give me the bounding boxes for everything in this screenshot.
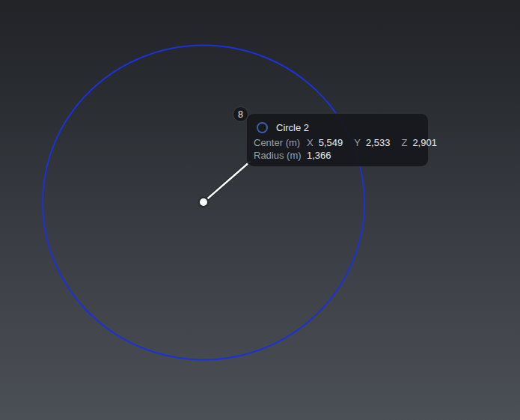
center-row: Center (m) X 5,549 Y 2,533 Z 2,901	[254, 136, 424, 149]
z-value: 2,901	[412, 138, 437, 147]
center-label: Center (m)	[254, 138, 307, 147]
z-axis-label: Z	[401, 138, 407, 147]
leader-line	[204, 162, 250, 202]
center-point-dot	[200, 198, 207, 206]
x-axis-label: X	[307, 138, 313, 147]
circle-center-point[interactable]	[198, 197, 209, 208]
x-value: 5,549	[319, 138, 343, 147]
y-axis-label: Y	[354, 138, 361, 147]
radius-value: 1,366	[307, 150, 331, 160]
tooltip-header: Circle 2	[254, 118, 424, 136]
annotation-count-badge[interactable]: 8	[233, 106, 248, 122]
y-value: 2,533	[366, 138, 391, 147]
tooltip-title: Circle 2	[276, 123, 309, 133]
radius-label: Radius (m)	[254, 150, 307, 160]
circle-outline-icon	[257, 122, 268, 133]
measurement-tooltip[interactable]: Circle 2 Center (m) X 5,549 Y 2,533 Z 2,…	[246, 113, 429, 167]
3d-viewport[interactable]: Circle 2 Center (m) X 5,549 Y 2,533 Z 2,…	[0, 0, 520, 420]
scene-canvas	[0, 0, 520, 420]
radius-row: Radius (m) 1,366	[254, 149, 424, 162]
tooltip-leader-line	[204, 162, 250, 202]
